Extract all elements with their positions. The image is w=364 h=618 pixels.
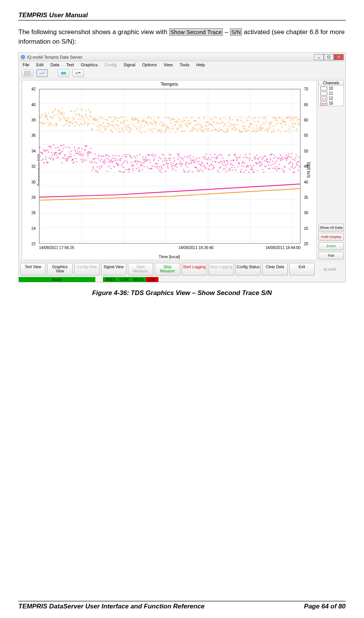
menu-help[interactable]: Help bbox=[196, 62, 205, 67]
menu-options[interactable]: Options bbox=[142, 62, 157, 67]
status-ready: Ready bbox=[19, 277, 95, 282]
toolbar-text-view-icon[interactable] bbox=[22, 69, 33, 77]
menu-data[interactable]: Data bbox=[51, 62, 59, 67]
bottom-button-row: Text ViewGraphics ViewConfig ViewSignal … bbox=[19, 261, 345, 277]
intro-text-1: The following screenshot shows a graphic… bbox=[18, 28, 169, 36]
svg-point-0 bbox=[21, 55, 25, 59]
btn-graphics-view[interactable]: Graphics View bbox=[47, 263, 72, 275]
status-meas: MEAS bbox=[131, 277, 146, 282]
ytick-left: 40 bbox=[31, 102, 36, 107]
btn-start-logging[interactable]: Start Logging bbox=[182, 263, 207, 275]
btn-config-view: Config View bbox=[74, 263, 100, 275]
ytick-right: 55 bbox=[304, 133, 308, 138]
intro-paragraph: The following screenshot shows a graphic… bbox=[18, 28, 346, 46]
btn-exit[interactable]: Exit bbox=[289, 263, 315, 275]
show-all-data-button[interactable]: Show All Data bbox=[318, 224, 344, 231]
ytick-right: 45 bbox=[304, 164, 308, 169]
channel-swatch bbox=[320, 102, 327, 105]
xtick: 14/09/2011 17:56:25 bbox=[39, 246, 74, 250]
btn-config-status[interactable]: Config Status bbox=[235, 263, 261, 275]
btn-clear-data[interactable]: Clear Data bbox=[262, 263, 287, 275]
ytick-left: 34 bbox=[31, 149, 36, 153]
footer-left: TEMPRIS DataServer User Interface and Fu… bbox=[18, 603, 205, 610]
ytick-left: 28 bbox=[31, 195, 36, 200]
channel-label: 16 bbox=[329, 101, 333, 105]
svg-rect-5 bbox=[24, 71, 31, 75]
ytick-left: 24 bbox=[31, 226, 36, 230]
window-titlebar: iQ-mobil Tempris Data Server bbox=[19, 53, 345, 61]
figure-caption: Figure 4-36: TDS Graphics View – Show Se… bbox=[18, 289, 346, 297]
channel-swatch bbox=[320, 97, 327, 100]
channel-row-11[interactable]: 11 bbox=[319, 91, 343, 96]
channel-label: 10 bbox=[329, 86, 333, 90]
svg-rect-2 bbox=[328, 56, 330, 58]
svg-rect-2411 bbox=[322, 98, 323, 99]
toolbar-graphics-view-icon[interactable] bbox=[36, 69, 48, 77]
hold-display-button[interactable]: Hold Display bbox=[318, 233, 344, 241]
status-bar: Ready DATA COM MEAS LOG bbox=[19, 277, 345, 282]
minimize-button[interactable] bbox=[314, 54, 324, 60]
window-title: iQ-mobil Tempris Data Server bbox=[27, 55, 314, 59]
ytick-left: 26 bbox=[31, 211, 36, 215]
menu-signal[interactable]: Signal bbox=[124, 62, 135, 67]
svg-rect-2414 bbox=[322, 103, 323, 104]
ytick-left: 42 bbox=[31, 87, 36, 91]
ytick-right: 60 bbox=[304, 118, 308, 122]
ytick-right: 40 bbox=[304, 180, 308, 184]
menu-view[interactable]: View bbox=[163, 62, 173, 67]
channel-label: 12 bbox=[329, 96, 333, 100]
menu-config[interactable]: Config bbox=[104, 62, 117, 67]
menu-edit[interactable]: Edit bbox=[36, 62, 44, 67]
chart-area: Tempris Temperature [°C] S/N [dB] Time [… bbox=[22, 80, 317, 260]
ytick-right: 65 bbox=[304, 102, 308, 107]
channels-panel: Channels 10111216 bbox=[318, 80, 344, 106]
ytick-left: 32 bbox=[31, 164, 36, 169]
channel-label: 11 bbox=[329, 91, 333, 95]
pan-button[interactable]: Pan bbox=[318, 252, 344, 259]
btn-text-view[interactable]: Text View bbox=[20, 263, 46, 275]
status-data: DATA bbox=[103, 277, 118, 282]
channels-panel-title: Channels bbox=[319, 80, 343, 86]
menu-tools[interactable]: Tools bbox=[180, 62, 189, 67]
toolbar-signal-icon[interactable] bbox=[72, 69, 84, 77]
boxed-sn: S/N bbox=[230, 28, 242, 36]
toolbar-sensor-icon[interactable] bbox=[58, 69, 69, 77]
channel-row-16[interactable]: 16 bbox=[319, 101, 343, 106]
chart-plot[interactable] bbox=[39, 89, 300, 244]
svg-point-9 bbox=[63, 72, 66, 75]
menu-text[interactable]: Text bbox=[66, 62, 74, 67]
btn-stop-measure[interactable]: Stop Measure bbox=[155, 263, 180, 275]
ytick-right: 35 bbox=[304, 195, 308, 200]
ytick-right: 25 bbox=[304, 226, 308, 230]
ytick-right: 30 bbox=[304, 211, 308, 215]
btn-start-measure: Start Measure bbox=[128, 263, 153, 275]
svg-rect-2415 bbox=[325, 103, 325, 104]
channel-row-12[interactable]: 12 bbox=[319, 96, 343, 101]
logo: iQ mobil bbox=[316, 263, 344, 275]
app-icon bbox=[20, 54, 26, 60]
channel-swatch bbox=[320, 92, 327, 95]
chart-title: Tempris bbox=[22, 80, 317, 88]
footer-right: Page 64 of 80 bbox=[304, 603, 346, 610]
screenshot: iQ-mobil Tempris Data Server FileEditDat… bbox=[18, 52, 346, 282]
ytick-right: 70 bbox=[304, 87, 308, 91]
btn-signal-view[interactable]: Signal View bbox=[101, 263, 126, 275]
channel-swatch bbox=[320, 87, 327, 90]
zoom-button[interactable]: Zoom bbox=[318, 242, 344, 250]
ytick-left: 30 bbox=[31, 180, 36, 184]
menu-file[interactable]: File bbox=[23, 62, 29, 67]
intro-text-2: – bbox=[223, 28, 230, 36]
xtick: 14/09/2011 18:26:40 bbox=[178, 246, 214, 250]
menu-graphics[interactable]: Graphics bbox=[81, 62, 98, 67]
ytick-left: 38 bbox=[31, 118, 36, 122]
ytick-left: 36 bbox=[31, 133, 36, 138]
close-button[interactable] bbox=[334, 54, 344, 60]
xtick: 14/09/2011 18:44:00 bbox=[265, 246, 300, 250]
status-com: COM bbox=[118, 277, 131, 282]
channel-row-10[interactable]: 10 bbox=[319, 86, 343, 91]
status-log: LOG bbox=[146, 277, 158, 282]
btn-stop-logging: Stop Logging bbox=[209, 263, 234, 275]
ytick-left: 22 bbox=[31, 242, 36, 246]
ytick-right: 20 bbox=[304, 242, 308, 246]
maximize-button[interactable] bbox=[324, 54, 334, 60]
